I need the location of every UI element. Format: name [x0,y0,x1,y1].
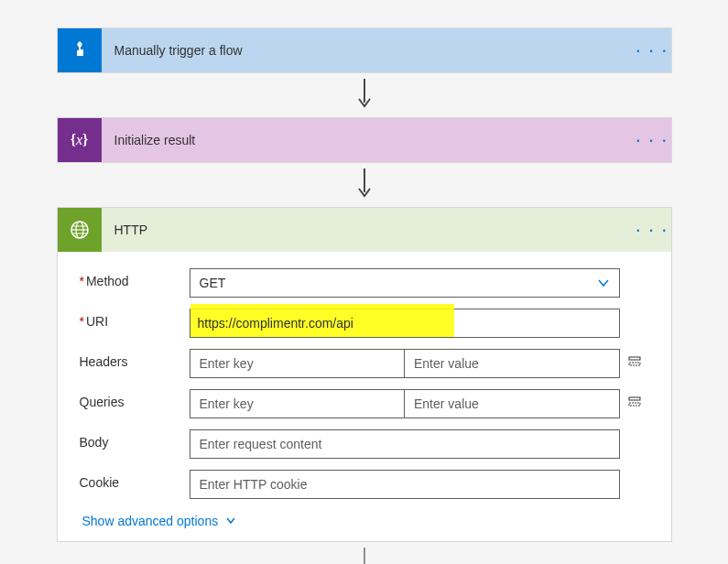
method-value: GET [200,276,226,290]
queries-key-input[interactable] [190,389,406,418]
queries-label: Queries [80,389,190,409]
show-advanced-label: Show advanced options [82,514,219,528]
globe-icon [58,208,102,252]
headers-key-input[interactable] [190,349,406,378]
chevron-down-icon [597,277,610,289]
cookie-input[interactable] [190,470,620,499]
card-initialize-result[interactable]: {x} Initialize result · · · [57,117,672,163]
queries-value-input[interactable] [405,389,620,418]
trigger-more-button[interactable]: · · · [633,28,671,72]
queries-switch-icon[interactable] [620,389,649,409]
headers-switch-icon[interactable] [620,349,649,369]
trigger-title: Manually trigger a flow [102,43,633,58]
method-label: Method [80,268,190,288]
uri-value: https://complimentr.com/api [198,316,353,331]
svg-rect-8 [629,357,640,360]
http-more-button[interactable]: · · · [633,208,671,252]
flow-arrow [0,73,728,117]
method-select[interactable]: GET [190,268,620,298]
touch-icon [58,28,102,72]
chevron-down-icon [225,515,236,526]
body-label: Body [80,429,190,450]
headers-value-input[interactable] [405,349,620,378]
flow-arrow [0,542,728,564]
uri-label: URI [80,309,190,329]
uri-input[interactable]: https://complimentr.com/api [190,309,620,338]
headers-label: Headers [80,349,190,369]
flow-arrow [0,163,728,207]
card-http: HTTP · · · Method GET URI [57,207,672,542]
cookie-label: Cookie [80,470,190,490]
card-trigger[interactable]: Manually trigger a flow · · · [57,27,672,73]
variable-icon: {x} [58,118,102,162]
init-more-button[interactable]: · · · [633,118,671,162]
show-advanced-options[interactable]: Show advanced options [80,514,649,528]
body-input[interactable] [190,429,620,459]
init-title: Initialize result [102,133,633,147]
svg-rect-9 [629,363,640,365]
http-title: HTTP [102,222,633,237]
svg-rect-10 [629,397,640,400]
http-header[interactable]: HTTP · · · [58,208,671,252]
svg-rect-11 [629,403,640,406]
